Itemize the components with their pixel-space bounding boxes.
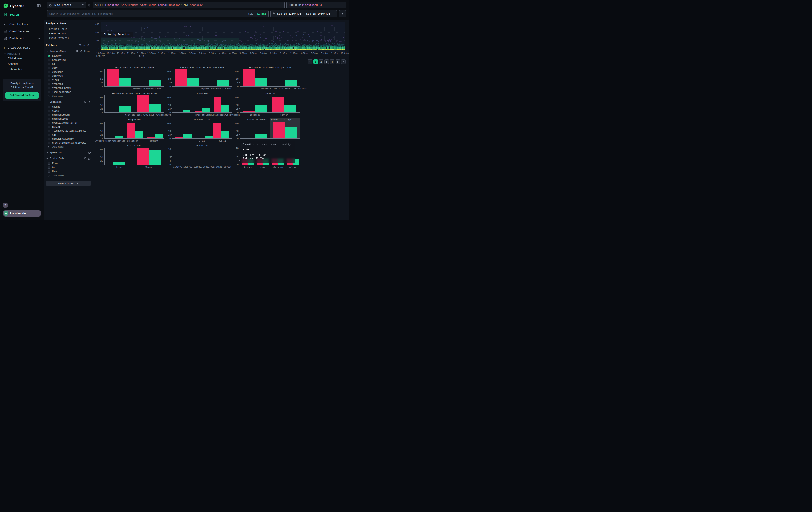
local-mode-button[interactable]: U Local mode (3, 210, 41, 217)
page-button-1[interactable]: 1 (313, 59, 318, 64)
heatmap-xtick: 10:00am (341, 52, 349, 54)
calendar-icon (273, 12, 276, 15)
collapse-sidebar-icon[interactable] (37, 4, 41, 8)
chart-plot-area: 02550100InternalServer (240, 96, 300, 113)
presets-toggle[interactable]: PRESETS (0, 51, 44, 56)
sidebar-item-kubernetes[interactable]: Kubernetes (0, 66, 44, 72)
checkbox-frontend-proxy[interactable] (48, 87, 50, 89)
checkbox-currency[interactable] (48, 75, 50, 77)
page-button-4[interactable]: 4 (330, 59, 335, 64)
chevron-up-icon[interactable] (38, 37, 40, 39)
gear-icon[interactable] (88, 4, 91, 7)
sql-select-editor[interactable]: SELECT Timestamp, ServiceName, StatusCod… (93, 2, 285, 8)
filter-section-header-statuscode[interactable]: StatusCode (46, 157, 91, 160)
get-started-button[interactable]: Get Started for Free (5, 92, 39, 99)
clear-all-button[interactable]: Clear all (79, 44, 91, 47)
checkbox-grpc-oteldemo-cartservic-[interactable] (48, 141, 50, 144)
show-more-button[interactable]: Show more (46, 145, 91, 148)
filter-item-getadsbycategory: getAdsByCategory (46, 137, 91, 141)
date-range-value: Sep 14 22:04:35 - Sep 15 10:04:35 (277, 12, 330, 16)
checkbox-checkout[interactable] (48, 71, 50, 73)
checkbox-load-generator[interactable] (48, 91, 50, 93)
chart-ytick: 4 (169, 159, 171, 162)
checkbox-documentfetch[interactable] (48, 113, 50, 116)
sidebar-item-label: Chart Explorer (9, 23, 28, 26)
ytick-mark (104, 131, 105, 131)
filter-section-header-spanname[interactable]: SpanName (46, 100, 91, 103)
search-icon[interactable] (84, 101, 87, 103)
search-input[interactable]: Search your events w/ Lucene ex. column:… (47, 10, 269, 17)
next-page-button[interactable] (341, 59, 346, 64)
sql-mode-toggle[interactable]: SQL (249, 12, 253, 16)
help-button[interactable]: ? (3, 203, 8, 208)
outlier-bar (272, 97, 284, 112)
pin-icon[interactable] (88, 157, 91, 160)
search-icon[interactable] (84, 157, 87, 160)
checkbox-unset[interactable] (48, 170, 50, 172)
load-more-button[interactable]: Load more (46, 173, 91, 177)
pin-icon[interactable] (80, 50, 83, 53)
line-chart-icon (4, 22, 7, 26)
checkbox-expire[interactable] (48, 126, 50, 128)
checkbox-ad[interactable] (48, 63, 50, 65)
checkbox-accounting[interactable] (48, 59, 50, 61)
checkbox-click[interactable] (48, 110, 50, 112)
filter-by-selection-button[interactable]: Filter by Selection (101, 32, 133, 37)
page-button-2[interactable]: 2 (319, 59, 323, 64)
checkbox-cart[interactable] (48, 67, 50, 69)
filter-section-header-spankind[interactable]: SpanKind (46, 151, 91, 154)
query-token: , (156, 4, 158, 7)
query-token: ORDER BY (289, 4, 302, 7)
checkbox-documentload[interactable] (48, 117, 50, 120)
chart-title: ResourceAttributes.k8s.pod.uid (240, 66, 300, 69)
sidebar-item-label: Dashboards (9, 37, 25, 40)
analysis-mode-results-table[interactable]: Results Table (46, 27, 91, 31)
pin-icon[interactable] (88, 152, 91, 154)
prev-page-button[interactable] (308, 59, 312, 64)
sidebar-item-clickhouse[interactable]: ClickHouse (0, 56, 44, 61)
show-more-button[interactable]: Show more (46, 94, 91, 98)
filter-item-click: click (46, 109, 91, 113)
run-query-button[interactable] (339, 10, 346, 17)
checkbox-frontend[interactable] (48, 83, 50, 85)
baseline-strip (225, 164, 230, 164)
source-select[interactable]: Demo Traces (47, 2, 86, 8)
sidebar-item-chart-explorer[interactable]: Chart Explorer (0, 21, 44, 28)
checkbox-error[interactable] (48, 162, 50, 164)
date-range-picker[interactable]: Sep 14 22:04:35 - Sep 15 10:04:35 (270, 10, 337, 17)
sidebar-item-services[interactable]: Services (0, 61, 44, 66)
chart-resourceattributes-host-name: ResourceAttributes.host.name02550100paym… (97, 66, 166, 91)
heatmap-ytick: 200 (95, 39, 99, 42)
order-by-editor[interactable]: ORDER BY Timestamp DESC (286, 2, 346, 8)
checkbox-get[interactable] (48, 134, 50, 136)
filter-section-header-servicename[interactable]: ServiceNameClear (46, 50, 91, 53)
checkbox-flagd[interactable] (48, 79, 50, 81)
filter-item-expire: EXPIRE (46, 125, 91, 129)
lucene-mode-toggle[interactable]: Lucene (257, 12, 266, 16)
pin-icon[interactable] (88, 101, 91, 103)
sidebar-item-client-sessions[interactable]: Client Sessions (0, 28, 44, 35)
more-filters-button[interactable]: More filters (46, 181, 91, 186)
chevron-down-icon (46, 50, 48, 52)
filter-section-name: ServiceName (50, 50, 66, 53)
create-dashboard-button[interactable]: + Create Dashboard (0, 44, 44, 51)
analysis-mode-event-deltas[interactable]: Event Deltas (46, 31, 91, 36)
heatmap-selection[interactable] (101, 37, 239, 44)
checkbox-getadsbycategory[interactable] (48, 138, 50, 140)
clear-section-button[interactable]: Clear (84, 50, 91, 52)
checkbox-change[interactable] (48, 106, 50, 108)
page-button-3[interactable]: 3 (324, 59, 329, 64)
heatmap-canvas[interactable] (101, 22, 345, 52)
xtick-mark (263, 164, 263, 165)
sidebar-item-dashboards[interactable]: Dashboards (0, 35, 44, 42)
checkbox-payment[interactable]: ✓ (48, 55, 50, 57)
checkbox-flagd-evaluation-v1-serv-[interactable] (48, 130, 50, 132)
analysis-mode-event-patterns[interactable]: Event Patterns (46, 36, 91, 40)
xtick-mark (188, 164, 188, 165)
sidebar-item-search[interactable]: Search (0, 11, 44, 18)
checkbox-ok[interactable] (48, 166, 50, 168)
search-icon[interactable] (76, 50, 79, 53)
page-button-5[interactable]: 5 (336, 59, 340, 64)
topbar: Demo Traces SELECT Timestamp, ServiceNam… (44, 0, 349, 20)
checkbox-eventlistener-error[interactable] (48, 122, 50, 124)
